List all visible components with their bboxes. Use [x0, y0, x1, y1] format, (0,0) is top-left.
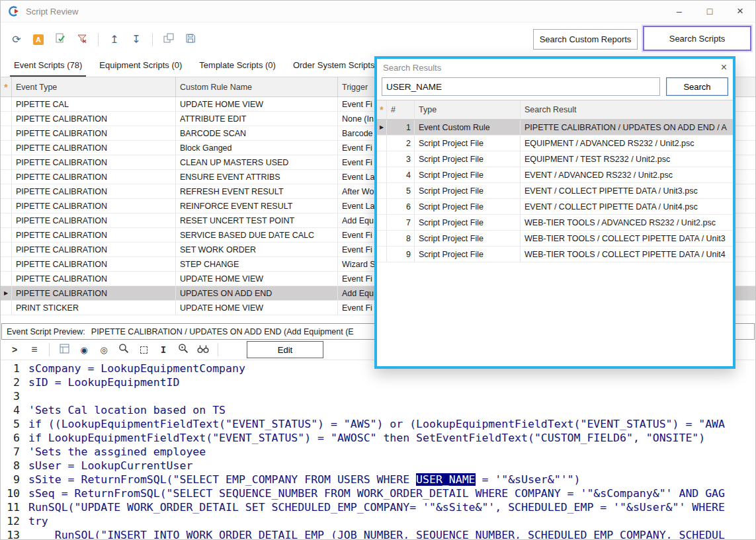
- row-selector[interactable]: [1, 141, 12, 155]
- validate-script-button[interactable]: [52, 32, 68, 48]
- row-selector[interactable]: [1, 126, 12, 140]
- cell-number: 6: [387, 199, 415, 214]
- cell-search-result: EQUIPMENT / TEST RS232 / Unit2.psc: [521, 151, 733, 167]
- row-selector[interactable]: [377, 151, 387, 167]
- cell-number: 4: [387, 167, 415, 182]
- result-row[interactable]: 9Script Project FileWEB-TIER TOOLS / COL…: [377, 247, 733, 262]
- export-button[interactable]: ↥: [106, 32, 122, 48]
- column-header-type[interactable]: Type: [415, 100, 521, 119]
- tab-equipment-scripts[interactable]: Equipment Scripts (0): [95, 56, 186, 77]
- row-selector[interactable]: [1, 213, 12, 227]
- code-line: 6if LookupEquipmentFieldText("EVENT_STAT…: [1, 431, 755, 445]
- cell-search-result: WEB-TIER TOOLS / COLLECT PIPETTE DATA / …: [521, 231, 733, 246]
- script-code-editor[interactable]: 1sCompany = LookupEquipmentCompany 2sID …: [1, 360, 755, 539]
- attribute-button[interactable]: A: [30, 32, 46, 48]
- line-number: 2: [1, 375, 28, 389]
- cell-custom-rule-name: UPDATES ON ADD END: [176, 286, 338, 300]
- close-button[interactable]: ×: [725, 1, 755, 22]
- row-selector[interactable]: [1, 112, 12, 126]
- result-row[interactable]: 3Script Project FileEQUIPMENT / TEST RS2…: [377, 151, 733, 167]
- filter-button[interactable]: [74, 32, 90, 48]
- search-match-highlight: USER_NAME: [416, 473, 475, 486]
- find-all-button[interactable]: [196, 342, 210, 357]
- result-row[interactable]: 5Script Project FileEVENT / COLLECT PIPE…: [377, 183, 733, 199]
- cell-search-result: EVENT / ADVANCED RS232 / Unit2.psc: [521, 167, 733, 182]
- search-input[interactable]: [382, 77, 660, 96]
- cell-number: 5: [387, 183, 415, 198]
- result-row[interactable]: 2Script Project FileEQUIPMENT / ADVANCED…: [377, 135, 733, 151]
- cell-number: 2: [387, 135, 415, 151]
- line-number: 1: [1, 362, 28, 375]
- row-selector[interactable]: [377, 215, 387, 230]
- maximize-button[interactable]: □: [694, 1, 725, 22]
- line-number: 6: [1, 431, 28, 445]
- popup-close-icon[interactable]: ×: [721, 61, 727, 73]
- cell-search-result: WEB-TIER TOOLS / ADVANCED RS232 / Unit2.…: [521, 215, 733, 230]
- select-mode-button[interactable]: [136, 342, 151, 357]
- row-selector[interactable]: [1, 155, 12, 169]
- watch-button[interactable]: ◎: [97, 342, 111, 357]
- column-header-custom-rule-name[interactable]: Custom Rule Name: [176, 77, 338, 96]
- save-button[interactable]: [183, 32, 198, 48]
- report-button[interactable]: [57, 342, 71, 357]
- code-line: 7'Sets the assgined employee: [1, 445, 755, 459]
- cell-event-type: PIPETTE CALIBRATION: [12, 272, 176, 286]
- outline-icon: ≡: [31, 344, 37, 356]
- search-custom-reports-button[interactable]: Search Custom Reports: [533, 29, 638, 50]
- zoom-button[interactable]: [116, 342, 131, 357]
- result-row[interactable]: 4Script Project FileEVENT / ADVANCED RS2…: [377, 167, 733, 183]
- minimize-button[interactable]: –: [664, 1, 694, 22]
- popup-search-button[interactable]: Search: [666, 77, 728, 96]
- row-selector[interactable]: [377, 247, 387, 262]
- row-selector[interactable]: [377, 135, 387, 151]
- popup-title-bar: Search Results ×: [377, 59, 733, 76]
- row-selector[interactable]: ▶: [377, 120, 387, 135]
- row-selector[interactable]: [1, 301, 12, 315]
- outline-button[interactable]: ≡: [27, 342, 42, 357]
- result-row-selected[interactable]: ▶1Event Custom RulePIPETTE CALIBRATION /…: [377, 120, 733, 135]
- result-row[interactable]: 6Script Project FileEVENT / COLLECT PIPE…: [377, 199, 733, 215]
- row-selector[interactable]: [1, 257, 12, 271]
- row-selector[interactable]: [377, 199, 387, 214]
- find-button[interactable]: [176, 342, 190, 357]
- column-header-search-result[interactable]: Search Result: [521, 100, 733, 119]
- row-selector[interactable]: [1, 170, 12, 184]
- insert-cursor-button[interactable]: I: [156, 342, 171, 357]
- row-selector[interactable]: [1, 228, 12, 242]
- cell-event-type: PIPETTE CALIBRATION: [12, 199, 176, 213]
- row-selector[interactable]: [1, 199, 12, 213]
- result-row[interactable]: 7Script Project FileWEB-TIER TOOLS / ADV…: [377, 215, 733, 231]
- code-line: 13 RunSQL("INSERT INTO WORK_ORDER_DETAIL…: [1, 528, 755, 539]
- edit-button[interactable]: Edit: [247, 341, 323, 358]
- row-selector[interactable]: [1, 184, 12, 198]
- toolbar-separator: [98, 33, 99, 46]
- tab-event-scripts[interactable]: Event Scripts (78): [10, 56, 86, 77]
- cell-custom-rule-name: ENSURE EVENT ATTRIBS: [176, 170, 338, 184]
- line-number: 12: [1, 514, 28, 528]
- column-header-number[interactable]: #: [387, 100, 415, 119]
- cell-search-result: PIPETTE CALIBRATION / UPDATES ON ADD END…: [521, 120, 733, 135]
- cell-event-type: PIPETTE CALIBRATION: [12, 141, 176, 155]
- import-button[interactable]: ↧: [128, 32, 144, 48]
- row-selector[interactable]: [377, 167, 387, 182]
- tab-order-system-scripts[interactable]: Order System Scripts: [289, 56, 379, 77]
- result-row[interactable]: 8Script Project FileWEB-TIER TOOLS / COL…: [377, 231, 733, 247]
- row-selector[interactable]: [1, 243, 12, 256]
- row-selector[interactable]: [377, 183, 387, 198]
- watch-icon: ◎: [100, 345, 107, 355]
- line-number: 7: [1, 445, 28, 459]
- tab-template-scripts[interactable]: Template Scripts (0): [195, 56, 280, 77]
- row-selector[interactable]: [1, 272, 12, 286]
- row-selector[interactable]: [377, 231, 387, 246]
- code-line: 2sID = LookupEquipmentID: [1, 375, 755, 389]
- refresh-button[interactable]: ⟳: [9, 32, 24, 48]
- save-icon: [185, 33, 196, 46]
- column-header-event-type[interactable]: Event Type: [12, 77, 176, 96]
- row-selector[interactable]: ▶: [1, 286, 12, 300]
- breakpoint-button[interactable]: ◉: [77, 342, 91, 357]
- row-selector-header: *: [1, 77, 12, 96]
- search-scripts-button[interactable]: Search Scripts: [643, 26, 751, 51]
- row-selector[interactable]: [1, 97, 12, 111]
- run-button[interactable]: >: [7, 342, 22, 357]
- open-window-button[interactable]: [161, 32, 177, 48]
